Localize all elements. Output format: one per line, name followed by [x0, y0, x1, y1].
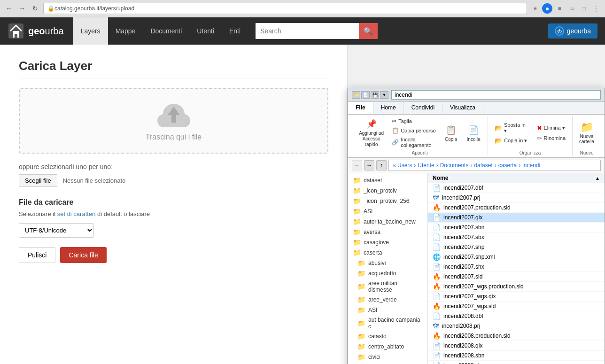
address-bar[interactable]: 🔒 catalog.geourba.it/layers/upload — [43, 3, 527, 14]
file-item-12[interactable]: 🔥 incendi2007_wgs.sld — [428, 302, 605, 311]
breadcrumb-incendi[interactable]: incendi — [522, 162, 540, 169]
nav-link-utenti[interactable]: Utenti — [189, 17, 222, 45]
ribbon-btn-rinomina[interactable]: ✏ Rinomina — [534, 134, 568, 143]
ribbon-btn-incolla[interactable]: 📄 Incolla — [463, 123, 484, 144]
ribbon-actions-nuovo: 📁 Nuovacartella — [576, 116, 597, 149]
file-item-15[interactable]: 🔥 incendi2008.production.sld — [428, 331, 605, 341]
nav-link-enti[interactable]: Enti — [222, 17, 248, 45]
drop-zone[interactable]: Trascina qui i file — [19, 88, 328, 154]
shield-icon[interactable]: ■ — [554, 3, 565, 14]
sidebar-folder-icon-protciv-256[interactable]: 📁 _icon_protciv_256 — [348, 196, 427, 206]
fe-tab-condividi[interactable]: Condividi — [404, 102, 442, 114]
file-item-6[interactable]: 📄 incendi2007.shp — [428, 242, 605, 252]
search-input[interactable] — [256, 23, 359, 39]
file-item-10[interactable]: 🔥 incendi2007_wgs.production.sld — [428, 282, 605, 292]
ribbon-btn-quick-access[interactable]: 📌 Aggiungi adAccesso rapido — [356, 116, 387, 149]
file-item-11[interactable]: 📄 incendi2007_wgs.qix — [428, 292, 605, 302]
bookmark-icon[interactable]: ● — [542, 3, 552, 14]
sidebar-folder-asi[interactable]: 📁 ASI — [348, 206, 427, 217]
sidebar-folder-dataset[interactable]: 📁 dataset — [348, 175, 427, 186]
file-item-13[interactable]: 📄 incendi2008.dbf — [428, 311, 605, 321]
file-item-18[interactable]: 📄 incendi2008.sbx — [428, 361, 605, 364]
ribbon-btn-elimina[interactable]: ✖ Elimina ▾ — [534, 124, 568, 132]
sidebar-folder-asi2[interactable]: 📁 ASI — [348, 305, 427, 315]
file-item-16[interactable]: 📄 incendi2008.qix — [428, 341, 605, 351]
sidebar-folder-aut-bacino[interactable]: 📁 aut bacino campania c — [348, 315, 427, 331]
nav-link-layers[interactable]: Layers — [73, 17, 108, 45]
sidebar-folder-caserta[interactable]: 📁 caserta — [348, 248, 427, 258]
nav-up-button[interactable]: ↑ — [376, 160, 387, 170]
sidebar-folder-autorita[interactable]: 📁 autorita_bacino_new — [348, 217, 427, 227]
breadcrumb-caserta[interactable]: caserta — [498, 162, 517, 169]
file-icon-16: 📄 — [433, 342, 441, 349]
fe-icon-2[interactable]: 📄 — [361, 91, 370, 99]
breadcrumb-utente[interactable]: Utente — [418, 162, 434, 169]
cast-icon[interactable]: ▭ — [566, 3, 577, 14]
menu-icon[interactable]: ⋮ — [591, 3, 601, 14]
folder-icon-dataset: 📁 — [353, 177, 361, 184]
file-item-9[interactable]: 🔥 incendi2007.sld — [428, 272, 605, 282]
sidebar-folder-centro[interactable]: 📁 centro_abitato — [348, 341, 427, 352]
ribbon-btn-taglia[interactable]: ✂ Taglia — [389, 117, 439, 125]
sort-icon[interactable]: ▲ — [595, 176, 600, 181]
sidebar-folder-collettori[interactable]: 📁 collettori_fognari — [348, 362, 427, 364]
file-item-14[interactable]: 🗺 incendi2008.prj — [428, 321, 605, 331]
reset-button[interactable]: Pulisci — [19, 247, 55, 263]
fe-tab-home[interactable]: Home — [373, 102, 404, 114]
reload-button[interactable]: ↻ — [30, 3, 40, 14]
ribbon-btn-copia[interactable]: 📋 Copia — [441, 123, 461, 144]
search-button[interactable]: 🔍 — [359, 23, 378, 39]
star-icon[interactable]: ★ — [530, 3, 540, 14]
fe-dropdown-icon[interactable]: ▼ — [380, 91, 388, 99]
file-item-17[interactable]: 📄 incendi2008.sbn — [428, 351, 605, 361]
brand-name: geourba — [28, 26, 64, 37]
sidebar-folder-civici[interactable]: 📁 civici — [348, 352, 427, 362]
breadcrumb-users[interactable]: « Users — [393, 162, 412, 169]
nav-link-mappe[interactable]: Mappe — [108, 17, 143, 45]
file-item-7[interactable]: 🌐 incendi2007.shp.xml — [428, 252, 605, 262]
user-button[interactable]: ⏻ geourba — [548, 23, 597, 39]
file-item-1[interactable]: 🗺 incendi2007.prj — [428, 193, 605, 203]
ribbon-btn-sposta[interactable]: 📂 Sposta in ▾ — [492, 121, 532, 135]
file-item-3[interactable]: 📄 incendi2007.qix — [428, 213, 605, 223]
charset-select[interactable]: UTF-8/UnicodeISO-8859-1UTF-16ASCII — [19, 223, 94, 238]
file-item-0[interactable]: 📄 incendi2007.dbf — [428, 183, 605, 193]
folder-icon-acquedotto: 📁 — [357, 270, 365, 277]
file-item-4[interactable]: 📄 incendi2007.sbn — [428, 223, 605, 232]
sidebar-folder-aversa[interactable]: 📁 aversa — [348, 227, 427, 237]
folder-icon-centro: 📁 — [357, 343, 365, 350]
nav-forward-button[interactable]: → — [364, 160, 374, 170]
nav-back-button[interactable]: ← — [352, 160, 362, 170]
ribbon-btn-copia-in[interactable]: 📂 Copia in ▾ — [492, 136, 532, 145]
sidebar-folder-icon-protciv[interactable]: 📁 _icon_protciv — [348, 186, 427, 196]
fe-tab-visualizza[interactable]: Visualizza — [442, 102, 483, 114]
nav-link-documenti[interactable]: Documenti — [143, 17, 189, 45]
choose-file-button[interactable]: Scegli file — [19, 174, 57, 187]
back-button[interactable]: ← — [4, 3, 14, 14]
sidebar-folder-aree-verde[interactable]: 📁 aree_verde — [348, 294, 427, 305]
fe-icon-3[interactable]: 💾 — [371, 91, 379, 99]
file-item-8[interactable]: 📄 incendi2007.shx — [428, 262, 605, 272]
fe-icon-1[interactable]: 📁 — [352, 91, 360, 99]
fe-tab-file[interactable]: File — [348, 102, 373, 114]
fullscreen-icon[interactable]: □ — [579, 3, 589, 14]
forward-button[interactable]: → — [17, 3, 27, 14]
ribbon-btn-incolla-collegamento[interactable]: 🔗 Incolla collegamento — [389, 136, 439, 149]
fe-title-input[interactable] — [391, 90, 601, 100]
sidebar-folder-catasto[interactable]: 📁 catasto — [348, 331, 427, 341]
organize-col1: 📂 Sposta in ▾ 📂 Copia in ▾ — [492, 121, 532, 145]
file-item-2[interactable]: 🔥 incendi2007.production.sld — [428, 203, 605, 213]
breadcrumb-dataset[interactable]: dataset — [474, 162, 492, 169]
charset-link[interactable]: set di caratteri — [57, 210, 96, 217]
sidebar-folder-aree-militari[interactable]: 📁 aree militari dismesse — [348, 279, 427, 294]
upload-button[interactable]: Carica file — [60, 247, 106, 263]
sidebar-folder-casagiove[interactable]: 📁 casagiove — [348, 237, 427, 248]
charset-desc: Selezionare il set di caratteri di defau… — [19, 210, 328, 217]
file-item-5[interactable]: 📄 incendi2007.sbx — [428, 232, 605, 242]
ribbon-btn-nuova-cartella[interactable]: 📁 Nuovacartella — [576, 120, 597, 146]
sidebar-folder-acquedotto[interactable]: 📁 acquedotto — [348, 268, 427, 279]
ribbon-btn-copia-percorso[interactable]: 📋 Copia percorso — [389, 126, 439, 135]
breadcrumb-documents[interactable]: Documents — [440, 162, 469, 169]
file-icon-7: 🌐 — [433, 253, 441, 261]
sidebar-folder-abusivi[interactable]: 📁 abusivi — [348, 258, 427, 268]
